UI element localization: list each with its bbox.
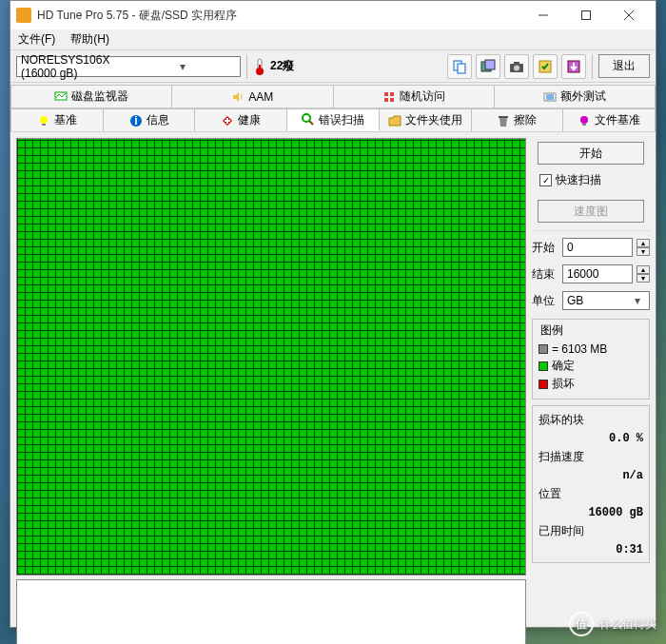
drive-select[interactable]: NORELSYS106X (16000 gB) ▾ (16, 56, 241, 77)
maximize-button[interactable] (564, 2, 607, 29)
damaged-blocks-value: 0.0 % (539, 432, 643, 445)
tabs-row-top: 磁盘监视器 AAM 随机访问 额外测试 (10, 83, 656, 108)
toolbar: NORELSYS106X (16000 gB) ▾ 22癈 退出 (10, 50, 656, 83)
svg-point-31 (303, 114, 310, 122)
tab-error-scan[interactable]: 错误扫描 (286, 108, 380, 131)
unit-select[interactable]: GB▾ (562, 291, 650, 310)
ok-icon (539, 361, 548, 371)
drive-select-value: NORELSYS106X (16000 gB) (21, 53, 128, 80)
svg-rect-1 (581, 11, 590, 20)
end-input[interactable]: 16000 (562, 264, 633, 283)
svg-rect-33 (499, 116, 508, 118)
end-field-label: 结束 (532, 266, 558, 283)
position-value: 16000 gB (539, 506, 643, 519)
svg-rect-26 (42, 124, 46, 126)
tab-folder-usage[interactable]: 文件夹使用 (379, 108, 472, 131)
trash-icon (497, 114, 510, 127)
tab-aam[interactable]: AAM (171, 85, 333, 107)
menu-help[interactable]: 帮助(H) (67, 29, 113, 49)
svg-text:i: i (134, 114, 137, 127)
random-icon (382, 90, 396, 104)
monitor-icon (54, 90, 68, 104)
screenshot-button[interactable] (504, 54, 529, 79)
start-input[interactable]: 0 (562, 238, 633, 257)
svg-point-25 (40, 116, 48, 124)
svg-point-12 (514, 65, 519, 70)
damaged-blocks-label: 损坏的块 (539, 412, 643, 428)
watermark-text: 什么值得买 (599, 616, 656, 633)
quickscan-label: 快速扫描 (556, 172, 601, 188)
copy-screenshot-button[interactable] (476, 54, 500, 79)
exit-button[interactable]: 退出 (598, 54, 650, 78)
end-spinner[interactable]: ▲▼ (637, 265, 650, 283)
start-field: 开始 0 ▲▼ (532, 237, 650, 258)
stats-group: 损坏的块 0.0 % 扫描速度 n/a 位置 16000 gB 已用时间 0:3… (532, 405, 650, 563)
start-field-label: 开始 (532, 240, 558, 256)
svg-rect-13 (514, 62, 519, 64)
minimize-button[interactable] (521, 2, 564, 29)
app-icon (16, 8, 31, 23)
extra-icon (543, 90, 557, 104)
window-title: HD Tune Pro 5.75 - 硬盘/SSD 实用程序 (37, 8, 521, 24)
svg-rect-8 (458, 64, 465, 73)
elapsed-value: 0:31 (539, 543, 643, 556)
damaged-icon (539, 380, 548, 389)
position-label: 位置 (539, 486, 643, 502)
chevron-down-icon: ▾ (630, 294, 645, 307)
end-field: 结束 16000 ▲▼ (532, 263, 650, 284)
start-button[interactable]: 开始 (538, 142, 644, 165)
right-panel: 开始 ✓ 快速扫描 速度图 开始 0 ▲▼ 结束 16000 ▲▼ 单位 GB▾ (532, 138, 650, 644)
tab-benchmark[interactable]: 基准 (10, 108, 104, 131)
svg-point-34 (580, 116, 588, 124)
unit-field: 单位 GB▾ (532, 290, 650, 311)
copy-info-button[interactable] (447, 54, 472, 79)
separator (592, 54, 593, 79)
start-spinner[interactable]: ▲▼ (637, 239, 650, 256)
menubar: 文件(F) 帮助(H) (10, 29, 656, 50)
speaker-icon (231, 90, 245, 104)
tab-erase[interactable]: 擦除 (471, 108, 564, 131)
scan-speed-label: 扫描速度 (539, 449, 643, 465)
svg-line-32 (309, 121, 313, 125)
temperature-display: 22癈 (253, 57, 294, 76)
tab-extra-tests[interactable]: 额外测试 (494, 85, 656, 107)
close-button[interactable] (607, 2, 650, 29)
scan-speed-value: n/a (539, 469, 643, 482)
unit-field-label: 单位 (532, 293, 558, 309)
thermometer-icon (253, 57, 266, 76)
menu-file[interactable]: 文件(F) (14, 29, 59, 49)
scan-block-map (16, 138, 526, 576)
tab-health[interactable]: 健康 (194, 108, 287, 131)
svg-rect-35 (582, 124, 586, 126)
tabs-row-bottom: 基准 i信息 健康 错误扫描 文件夹使用 擦除 文件基准 (10, 108, 656, 132)
tab-random-access[interactable]: 随机访问 (333, 85, 495, 107)
legend-title: 图例 (539, 322, 565, 339)
titlebar: HD Tune Pro 5.75 - 硬盘/SSD 实用程序 (10, 1, 656, 29)
log-output (16, 579, 526, 644)
svg-rect-19 (384, 98, 388, 102)
chevron-down-icon: ▾ (128, 60, 236, 73)
options-button[interactable] (533, 54, 558, 79)
watermark-icon: 值 (569, 612, 594, 636)
folder-icon (388, 114, 402, 127)
block-icon (539, 344, 548, 354)
temperature-value: 22癈 (270, 58, 294, 74)
quickscan-row: ✓ 快速扫描 (538, 170, 644, 194)
left-column (16, 138, 526, 644)
tab-info[interactable]: i信息 (103, 108, 196, 131)
svg-rect-17 (384, 92, 388, 96)
info-icon: i (129, 114, 143, 127)
separator (246, 54, 247, 79)
save-button[interactable] (561, 54, 586, 79)
speedmap-button[interactable]: 速度图 (538, 200, 644, 223)
elapsed-label: 已用时间 (539, 523, 643, 539)
content-area: 开始 ✓ 快速扫描 速度图 开始 0 ▲▼ 结束 16000 ▲▼ 单位 GB▾ (10, 132, 656, 644)
watermark: 值 什么值得买 (569, 612, 656, 636)
tab-disk-monitor[interactable]: 磁盘监视器 (10, 85, 172, 107)
tab-file-benchmark[interactable]: 文件基准 (562, 108, 656, 131)
svg-rect-30 (225, 120, 230, 122)
bulb-icon (37, 114, 50, 127)
svg-rect-20 (390, 98, 394, 102)
quickscan-checkbox[interactable]: ✓ (539, 174, 552, 186)
health-icon (221, 114, 234, 127)
